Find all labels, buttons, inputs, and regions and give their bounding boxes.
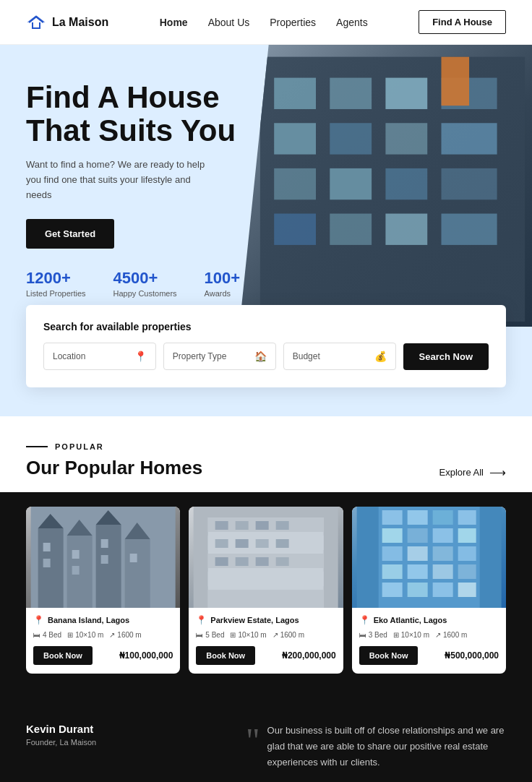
property-card-3: 📍 Eko Atlantic, Lagos 🛏 3 Bed ⊞ 10×10 m … bbox=[352, 507, 506, 674]
svg-rect-74 bbox=[432, 583, 452, 597]
card-image-3 bbox=[352, 507, 506, 608]
size-icon-2: ⊞ bbox=[230, 631, 236, 639]
area-icon-2: ↗ bbox=[273, 631, 278, 639]
card-bed-2: 🛏 5 Bed bbox=[196, 631, 224, 639]
svg-rect-40 bbox=[208, 572, 324, 586]
cards-section: 📍 Banana Island, Lagos 🛏 4 Bed ⊞ 10×10 m… bbox=[0, 492, 532, 697]
property-type-icon: 🏠 bbox=[254, 351, 267, 362]
location-field[interactable]: Location 📍 bbox=[43, 343, 156, 370]
testimonial-section: Kevin Durant Founder, La Maison " Our bu… bbox=[0, 697, 532, 782]
svg-rect-51 bbox=[236, 557, 249, 566]
card-body-3: 📍 Eko Atlantic, Lagos 🛏 3 Bed ⊞ 10×10 m … bbox=[352, 608, 506, 674]
svg-rect-48 bbox=[256, 539, 269, 548]
size-icon-1: ⊞ bbox=[67, 631, 73, 639]
stat-properties-plus: + bbox=[61, 269, 71, 287]
card-features-1: 🛏 4 Bed ⊞ 10×10 m ↗ 1600 m bbox=[33, 631, 173, 639]
budget-field[interactable]: Budget 💰 bbox=[283, 343, 396, 370]
logo-icon bbox=[26, 15, 46, 30]
nav-about[interactable]: About Us bbox=[208, 17, 250, 28]
area-icon-1: ↗ bbox=[109, 631, 115, 639]
book-button-2[interactable]: Book Now bbox=[196, 646, 255, 665]
svg-rect-42 bbox=[215, 521, 228, 530]
logo[interactable]: La Maison bbox=[26, 15, 108, 30]
hero-building-svg bbox=[239, 45, 532, 327]
svg-rect-49 bbox=[276, 539, 289, 548]
get-started-button[interactable]: Get Started bbox=[26, 219, 114, 249]
search-fields: Location 📍 Property Type 🏠 Budget 💰 Sear… bbox=[43, 343, 489, 370]
svg-rect-6 bbox=[274, 123, 316, 154]
quote-mark-icon: " bbox=[246, 727, 260, 770]
budget-label: Budget bbox=[293, 351, 320, 361]
search-button[interactable]: Search Now bbox=[403, 343, 489, 370]
svg-rect-30 bbox=[72, 550, 80, 559]
property-card-1: 📍 Banana Island, Lagos 🛏 4 Bed ⊞ 10×10 m… bbox=[26, 507, 180, 674]
location-label: Location bbox=[53, 351, 85, 361]
svg-rect-16 bbox=[386, 214, 428, 245]
find-house-button[interactable]: Find A House bbox=[419, 10, 506, 34]
hero-subtitle: Want to find a home? We are ready to hel… bbox=[26, 158, 214, 202]
svg-rect-73 bbox=[407, 583, 427, 597]
card-location-2: 📍 Parkview Estate, Lagos bbox=[196, 615, 335, 625]
svg-rect-53 bbox=[276, 557, 289, 566]
svg-rect-46 bbox=[215, 539, 228, 548]
card-building-2 bbox=[189, 507, 343, 608]
nav-home[interactable]: Home bbox=[160, 17, 188, 28]
svg-rect-67 bbox=[458, 546, 476, 561]
card-size-3: ⊞ 10×10 m bbox=[393, 631, 429, 639]
svg-rect-10 bbox=[274, 168, 316, 199]
svg-rect-13 bbox=[442, 168, 497, 199]
svg-rect-20 bbox=[38, 528, 64, 608]
nav-agents[interactable]: Agents bbox=[336, 17, 368, 28]
stat-customers-label: Happy Customers bbox=[113, 289, 177, 298]
budget-icon: 💰 bbox=[374, 351, 387, 362]
card-area-1: ↗ 1600 m bbox=[109, 631, 141, 639]
section-eyebrow: POPULAR bbox=[26, 442, 506, 451]
property-card-2: 📍 Parkview Estate, Lagos 🛏 5 Bed ⊞ 10×10… bbox=[189, 507, 343, 674]
svg-rect-56 bbox=[382, 510, 402, 525]
svg-rect-2 bbox=[274, 78, 316, 109]
property-type-field[interactable]: Property Type 🏠 bbox=[163, 343, 276, 370]
card-area-2: ↗ 1600 m bbox=[273, 631, 304, 639]
nav-properties[interactable]: Properties bbox=[270, 17, 316, 28]
svg-rect-44 bbox=[256, 521, 269, 530]
cards-grid: 📍 Banana Island, Lagos 🛏 4 Bed ⊞ 10×10 m… bbox=[26, 507, 506, 674]
hero-section: Find A House That Suits You Want to find… bbox=[0, 45, 532, 327]
svg-rect-62 bbox=[432, 528, 452, 543]
card-features-2: 🛏 5 Bed ⊞ 10×10 m ↗ 1600 m bbox=[196, 631, 335, 639]
svg-rect-9 bbox=[442, 123, 497, 154]
svg-rect-31 bbox=[72, 566, 80, 575]
svg-rect-68 bbox=[382, 564, 402, 579]
svg-rect-52 bbox=[256, 557, 269, 566]
card-body-1: 📍 Banana Island, Lagos 🛏 4 Bed ⊞ 10×10 m… bbox=[26, 608, 180, 674]
card-bed-1: 🛏 4 Bed bbox=[33, 631, 61, 639]
svg-rect-34 bbox=[130, 554, 137, 562]
explore-all-link[interactable]: Explore All ⟶ bbox=[439, 465, 506, 479]
stat-customers-number: 4500 bbox=[113, 269, 149, 287]
search-title: Search for available properties bbox=[43, 321, 489, 332]
svg-rect-7 bbox=[330, 123, 372, 154]
stat-awards: 100+ Awards bbox=[205, 269, 241, 298]
book-button-1[interactable]: Book Now bbox=[33, 646, 93, 665]
svg-rect-11 bbox=[330, 168, 372, 199]
pin-icon-3: 📍 bbox=[359, 615, 370, 625]
stat-customers: 4500+ Happy Customers bbox=[113, 269, 177, 298]
card-bed-3: 🛏 3 Bed bbox=[359, 631, 387, 639]
svg-rect-64 bbox=[382, 546, 402, 561]
bed-icon-1: 🛏 bbox=[33, 631, 40, 639]
svg-rect-43 bbox=[236, 521, 249, 530]
svg-rect-29 bbox=[43, 559, 51, 567]
svg-rect-33 bbox=[101, 555, 108, 564]
svg-rect-15 bbox=[330, 214, 372, 245]
pin-icon-2: 📍 bbox=[196, 615, 207, 625]
navbar: La Maison Home About Us Properties Agent… bbox=[0, 0, 532, 45]
card-price-3: ₦500,000,000 bbox=[445, 650, 499, 661]
svg-rect-32 bbox=[101, 539, 108, 548]
card-building-1 bbox=[26, 507, 180, 608]
stat-awards-number: 100 bbox=[205, 269, 231, 287]
svg-rect-41 bbox=[208, 590, 324, 608]
book-button-3[interactable]: Book Now bbox=[359, 646, 419, 665]
svg-rect-75 bbox=[458, 583, 476, 597]
svg-rect-45 bbox=[276, 521, 289, 530]
card-location-text-2: Parkview Estate, Lagos bbox=[210, 616, 299, 624]
explore-arrow-icon: ⟶ bbox=[489, 465, 506, 479]
